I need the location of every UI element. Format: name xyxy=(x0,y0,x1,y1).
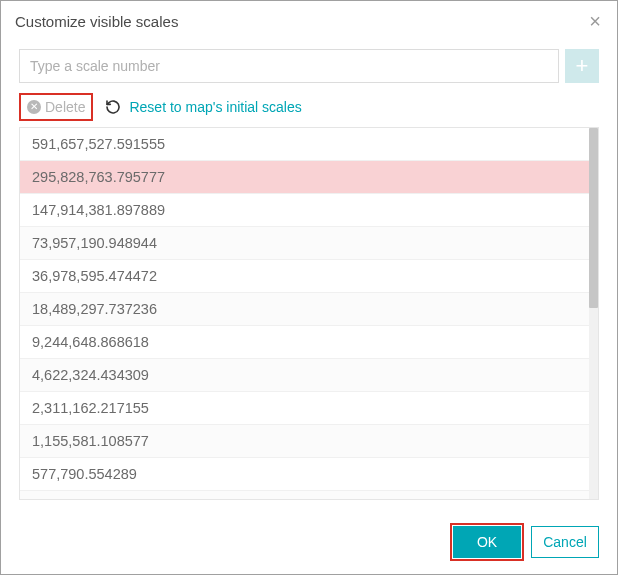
list-item[interactable]: 18,489,297.737236 xyxy=(20,293,589,326)
scale-input[interactable] xyxy=(19,49,559,83)
delete-button[interactable]: ✕ Delete xyxy=(19,93,93,121)
header: Customize visible scales × xyxy=(1,1,617,39)
list-item[interactable]: 73,957,190.948944 xyxy=(20,227,589,260)
list-item[interactable]: 4,622,324.434309 xyxy=(20,359,589,392)
ok-button[interactable]: OK xyxy=(453,526,521,558)
list-item[interactable]: 2,311,162.217155 xyxy=(20,392,589,425)
list-item[interactable]: 591,657,527.591555 xyxy=(20,128,589,161)
list-item[interactable]: 295,828,763.795777 xyxy=(20,161,589,194)
scale-list[interactable]: 591,657,527.591555295,828,763.795777147,… xyxy=(20,128,589,499)
reset-link[interactable]: Reset to map's initial scales xyxy=(129,99,301,115)
input-row: + xyxy=(19,49,599,83)
dialog-title: Customize visible scales xyxy=(15,13,178,30)
close-icon[interactable]: × xyxy=(587,11,603,31)
action-row: ✕ Delete Reset to map's initial scales xyxy=(19,93,599,121)
delete-circle-icon: ✕ xyxy=(27,100,41,114)
refresh-icon[interactable] xyxy=(105,99,121,115)
delete-label: Delete xyxy=(45,99,85,115)
dialog: Customize visible scales × + ✕ Delete Re… xyxy=(0,0,618,575)
list-item[interactable]: 147,914,381.897889 xyxy=(20,194,589,227)
plus-icon: + xyxy=(576,53,589,79)
footer: OK Cancel xyxy=(1,512,617,574)
cancel-button[interactable]: Cancel xyxy=(531,526,599,558)
list-item[interactable]: 288,895.277144 xyxy=(20,491,589,499)
list-item[interactable]: 577,790.554289 xyxy=(20,458,589,491)
scrollbar-thumb[interactable] xyxy=(589,128,598,308)
scrollbar[interactable] xyxy=(589,128,598,499)
scale-list-container: 591,657,527.591555295,828,763.795777147,… xyxy=(19,127,599,500)
list-item[interactable]: 1,155,581.108577 xyxy=(20,425,589,458)
list-item[interactable]: 36,978,595.474472 xyxy=(20,260,589,293)
content: + ✕ Delete Reset to map's initial scales… xyxy=(1,39,617,512)
add-button[interactable]: + xyxy=(565,49,599,83)
list-item[interactable]: 9,244,648.868618 xyxy=(20,326,589,359)
